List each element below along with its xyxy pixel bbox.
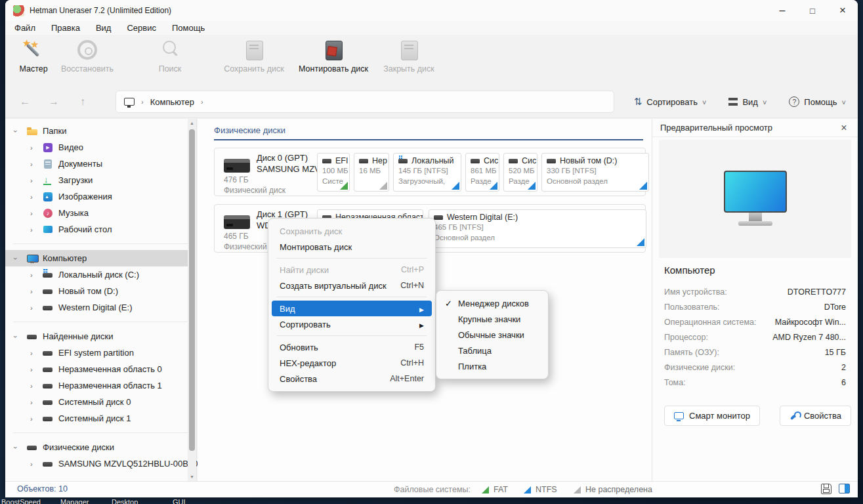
download-icon <box>43 175 54 186</box>
menu-help[interactable]: Помощь <box>172 23 205 33</box>
navigation-bar: Компьютер Сортировать Вид Помощь <box>5 85 858 118</box>
menu-edit[interactable]: Правка <box>51 23 80 33</box>
menu-service[interactable]: Сервис <box>127 23 156 33</box>
menu-item-properties[interactable]: Свойства Alt+Enter <box>272 371 432 387</box>
sidebar-item-music[interactable]: Музыка <box>5 205 196 221</box>
menu-item-refresh[interactable]: Обновить F5 <box>272 339 432 355</box>
chevron-right-icon <box>30 193 38 201</box>
divider <box>214 139 643 140</box>
sidebar-item-physical-disks[interactable]: Физические диски <box>5 439 196 455</box>
menu-view[interactable]: Вид <box>96 23 112 33</box>
smart-monitor-button[interactable]: Смарт монитор <box>664 406 760 426</box>
submenu-item-table[interactable]: Таблица <box>440 343 545 358</box>
menu-item-create-virtual-disk[interactable]: Создать виртуальный диск Ctrl+N <box>272 278 432 293</box>
sidebar-item-documents[interactable]: Документы <box>5 156 196 172</box>
sidebar-item-local-disk-c[interactable]: Локальный диск (C:) <box>5 266 196 283</box>
disk-icon <box>471 159 480 163</box>
window-controls <box>767 0 858 21</box>
submenu-item-tiles[interactable]: Плитка <box>440 358 545 374</box>
disk-icon <box>359 159 368 163</box>
folder-icon <box>27 126 38 136</box>
disk-icon <box>43 364 54 375</box>
desktop-icon-label: GUI <box>173 498 186 504</box>
disk-kind: Физический диск <box>224 185 285 196</box>
info-rows: Имя устройства: DTORETTO777 Пользователь… <box>664 284 846 390</box>
divider <box>13 432 188 433</box>
objects-count: Объектов: 10 <box>17 484 68 494</box>
back-icon[interactable] <box>17 94 33 110</box>
sidebar-item-found-disks[interactable]: Найденные диски <box>5 328 196 345</box>
divider <box>13 322 188 322</box>
minimize-button[interactable] <box>767 0 797 21</box>
menu-item-mount-disk[interactable]: Монтировать диск <box>272 239 432 255</box>
partition-tile[interactable]: Новый том (D:) 330 ГБ [NTFS] Основной ра… <box>541 153 649 192</box>
save-icon[interactable] <box>821 484 831 494</box>
computer-icon <box>27 253 38 264</box>
sidebar-item-unallocated-0[interactable]: Неразмеченная область 0 <box>5 361 196 377</box>
info-row: Процессор: AMD Ryzen 7 480... <box>664 329 846 345</box>
sidebar-item-western-digital-e[interactable]: Western Digital (E:) <box>5 299 196 316</box>
menu-file[interactable]: Файл <box>14 23 35 33</box>
panel-toggle-icon[interactable] <box>839 484 850 494</box>
mount-disk-icon <box>322 39 345 61</box>
search-button[interactable]: Поиск <box>147 39 193 81</box>
menu-item-sort[interactable]: Сортировать <box>272 316 432 332</box>
sidebar-item-efi-partition[interactable]: EFI system partition <box>5 345 196 361</box>
sidebar-item-system-disk-1[interactable]: Системный диск 1 <box>5 410 196 427</box>
sidebar-item-folders[interactable]: Папки <box>5 123 196 139</box>
scrollbar-thumb[interactable] <box>189 129 195 451</box>
up-icon[interactable] <box>75 94 91 110</box>
app-logo-icon <box>13 5 24 16</box>
menu-item-find-disks[interactable]: Найти диски Ctrl+P <box>272 262 432 278</box>
filesystems-label: Файловые системы: <box>394 485 471 494</box>
sidebar-item-desktop[interactable]: Рабочий стол <box>5 221 196 238</box>
sidebar-item-video[interactable]: Видео <box>5 139 196 156</box>
chevron-down-icon <box>702 97 706 107</box>
sidebar-item-samsung-drive[interactable]: SAMSUNG MZVLQ512HBLU-00B00 <box>5 455 196 472</box>
help-dropdown[interactable]: Помощь <box>789 96 846 107</box>
breadcrumb-computer[interactable]: Компьютер <box>150 97 194 107</box>
sort-dropdown[interactable]: Сортировать <box>634 96 707 108</box>
close-button[interactable] <box>828 0 858 21</box>
disk-row-0[interactable]: Диск 0 (GPT) SAMSUNG MZVLQ5 476 ГБ Физич… <box>214 148 646 196</box>
forward-icon[interactable] <box>46 94 62 110</box>
menu-item-hex-editor[interactable]: HEX-редактор Ctrl+H <box>272 355 432 371</box>
menu-item-save-disk[interactable]: Сохранить диск <box>272 223 432 239</box>
mount-disk-button[interactable]: Монтировать диск <box>293 39 374 81</box>
partition-tile[interactable]: Сис 520 МБ Разде <box>503 153 537 192</box>
breadcrumb[interactable]: Компьютер <box>116 91 614 113</box>
save-disk-button[interactable]: Сохранить диск <box>217 39 291 81</box>
partition-tile[interactable]: EFI 100 МБ Систе <box>317 153 350 192</box>
partition-tile[interactable]: Сис 861 МБ Разде <box>465 153 499 192</box>
disk-icon <box>547 159 556 163</box>
preview-title: Предварительный просмотр <box>660 123 772 133</box>
submenu-item-normal-icons[interactable]: Обычные значки <box>440 327 545 343</box>
close-icon[interactable] <box>837 121 851 135</box>
sidebar-item-computer[interactable]: Компьютер <box>5 250 188 266</box>
view-dropdown[interactable]: Вид <box>728 97 767 107</box>
maximize-button[interactable] <box>797 0 828 21</box>
partition-tile[interactable]: Локальный 145 ГБ [NTFS] Загрузочный, <box>393 153 461 192</box>
submenu-item-disk-manager[interactable]: Менеджер дисков <box>440 295 545 311</box>
menu-item-view[interactable]: Вид <box>272 301 432 316</box>
app-window: Hetman Uneraser 7.2 (Unlimited Edition) … <box>5 0 858 497</box>
music-icon <box>43 208 54 219</box>
restore-button[interactable]: Восстановить <box>55 39 119 81</box>
sidebar-item-system-disk-0[interactable]: Системный диск 0 <box>5 394 196 410</box>
sidebar-scrollbar[interactable] <box>188 119 196 481</box>
sidebar-item-new-volume-d[interactable]: Новый том (D:) <box>5 283 196 299</box>
sidebar-item-pictures[interactable]: Изображения <box>5 188 196 205</box>
sidebar-item-unallocated-1[interactable]: Неразмеченная область 1 <box>5 377 196 394</box>
close-disk-button[interactable]: Закрыть диск <box>377 39 441 81</box>
partition-tile[interactable]: Нер 16 МБ <box>354 153 389 192</box>
submenu-item-large-icons[interactable]: Крупные значки <box>440 311 545 327</box>
magic-wand-icon <box>22 39 45 61</box>
wizard-button[interactable]: Мастер <box>14 39 53 81</box>
search-icon <box>159 39 181 61</box>
sidebar-item-downloads[interactable]: Загрузки <box>5 172 196 188</box>
disk-icon <box>27 442 38 453</box>
document-icon <box>43 159 54 169</box>
partition-tile[interactable]: Western Digital (E:) 465 ГБ [NTFS] Основ… <box>429 209 646 248</box>
properties-button[interactable]: Свойства <box>780 406 851 426</box>
info-row: Пользователь: DTore <box>664 299 846 314</box>
